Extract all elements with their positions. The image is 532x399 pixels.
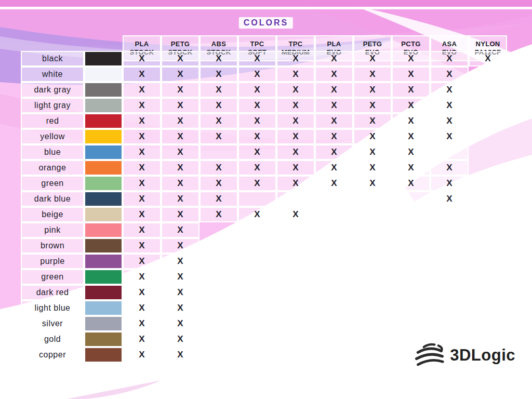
- availability-cell: X: [238, 82, 276, 98]
- empty-cell: [200, 222, 238, 238]
- empty-cell: [469, 254, 507, 269]
- availability-cell: X: [123, 129, 161, 144]
- availability-cell: X: [123, 316, 161, 331]
- row-label: beige: [21, 207, 84, 222]
- availability-cell: X: [315, 82, 353, 98]
- availability-cell: X: [353, 160, 392, 176]
- empty-cell: [276, 238, 315, 254]
- row-label: dark blue: [21, 191, 84, 207]
- color-swatch: [84, 191, 123, 207]
- availability-cell: X: [161, 331, 200, 347]
- availability-cell: X: [161, 144, 200, 160]
- row-label: dark gray: [21, 82, 84, 98]
- empty-cell: [353, 347, 392, 363]
- empty-cell: [430, 238, 469, 254]
- empty-cell: [315, 347, 353, 363]
- availability-cell: [200, 144, 238, 160]
- empty-cell: [469, 144, 507, 160]
- empty-cell: [200, 269, 238, 285]
- availability-cell: X: [161, 82, 200, 98]
- availability-cell: X: [353, 113, 392, 129]
- availability-cell: X: [276, 160, 315, 176]
- row-label: orange: [21, 160, 84, 176]
- empty-cell: [315, 222, 353, 238]
- empty-cell: [276, 316, 315, 331]
- row-label: green: [21, 176, 84, 191]
- color-swatch: [84, 238, 123, 254]
- empty-cell: [353, 285, 392, 300]
- availability-cell: X: [238, 129, 276, 144]
- empty-cell: [392, 207, 430, 222]
- empty-cell: [353, 254, 392, 269]
- availability-cell: X: [200, 98, 238, 113]
- empty-cell: [315, 269, 353, 285]
- empty-cell: [353, 222, 392, 238]
- availability-cell: X: [392, 66, 430, 82]
- empty-cell: [200, 331, 238, 347]
- availability-cell: X: [200, 191, 238, 207]
- empty-cell: [200, 285, 238, 300]
- color-swatch: [84, 207, 123, 222]
- availability-cell: X: [238, 160, 276, 176]
- availability-cell: X: [430, 98, 469, 113]
- empty-cell: [200, 316, 238, 331]
- color-swatch: [84, 98, 123, 113]
- availability-cell: X: [315, 129, 353, 144]
- availability-cell: X: [276, 207, 315, 222]
- empty-cell: [392, 285, 430, 300]
- availability-cell: X: [276, 82, 315, 98]
- empty-cell: [469, 222, 507, 238]
- empty-cell: [315, 331, 353, 347]
- availability-cell: X: [161, 176, 200, 191]
- empty-cell: [238, 285, 276, 300]
- availability-cell: X: [353, 82, 392, 98]
- color-swatch: [84, 331, 123, 347]
- empty-cell: [469, 82, 507, 98]
- page-title: COLORS: [239, 17, 293, 29]
- row-label: yellow: [21, 129, 84, 144]
- color-swatch: [84, 51, 123, 66]
- color-swatch: [84, 160, 123, 176]
- availability-cell: X: [392, 98, 430, 113]
- availability-cell: X: [276, 98, 315, 113]
- empty-cell: [430, 254, 469, 269]
- color-swatch: [84, 300, 123, 316]
- empty-cell: [200, 347, 238, 363]
- empty-cell: [238, 238, 276, 254]
- availability-cell: X: [123, 113, 161, 129]
- availability-cell: X: [161, 160, 200, 176]
- empty-cell: [469, 269, 507, 285]
- availability-cell: X: [200, 82, 238, 98]
- availability-cell: X: [200, 129, 238, 144]
- availability-cell: X: [123, 331, 161, 347]
- color-swatch: [84, 176, 123, 191]
- color-swatch: [84, 82, 123, 98]
- availability-cell: X: [276, 144, 315, 160]
- row-label: black: [21, 51, 84, 66]
- empty-cell: [315, 285, 353, 300]
- empty-cell: [353, 316, 392, 331]
- empty-cell: [469, 300, 507, 316]
- row-label: green: [21, 269, 84, 285]
- availability-cell: [353, 191, 392, 207]
- empty-cell: [315, 300, 353, 316]
- availability-cell: X: [392, 176, 430, 191]
- availability-cell: X: [315, 98, 353, 113]
- availability-cell: X: [161, 191, 200, 207]
- empty-cell: [469, 160, 507, 176]
- availability-cell: X: [353, 66, 392, 82]
- empty-cell: [200, 238, 238, 254]
- availability-cell: X: [123, 300, 161, 316]
- empty-cell: [238, 222, 276, 238]
- empty-cell: [430, 269, 469, 285]
- availability-cell: X: [161, 269, 200, 285]
- availability-cell: X: [123, 207, 161, 222]
- availability-cell: X: [353, 129, 392, 144]
- availability-cell: [315, 191, 353, 207]
- availability-cell: X: [161, 238, 200, 254]
- empty-cell: [238, 316, 276, 331]
- availability-cell: X: [123, 66, 161, 82]
- row-label: pink: [21, 222, 84, 238]
- row-label: copper: [21, 347, 84, 363]
- availability-cell: X: [161, 285, 200, 300]
